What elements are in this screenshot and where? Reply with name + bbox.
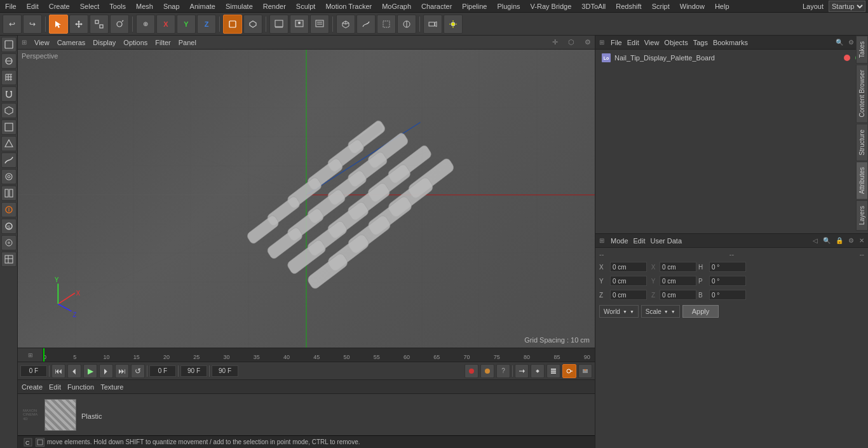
cube-button[interactable]: [336, 15, 355, 34]
coord-h-field[interactable]: [709, 262, 746, 272]
menu-script[interactable]: Script: [647, 1, 675, 11]
menu-render[interactable]: Render: [258, 1, 291, 11]
move-tool-button[interactable]: [69, 15, 88, 34]
attr-edit-menu[interactable]: Edit: [634, 237, 646, 245]
obj-search-icon[interactable]: 🔍: [836, 39, 843, 46]
vp-display-menu[interactable]: Display: [93, 39, 116, 46]
vp-sync-icon[interactable]: ⬡: [568, 38, 574, 46]
render-view-button[interactable]: [269, 15, 288, 34]
obj-options-icon[interactable]: ⚙: [848, 39, 854, 46]
spline-side-btn[interactable]: [1, 153, 17, 168]
camera-button[interactable]: [423, 15, 442, 34]
symm-btn[interactable]: [1, 186, 17, 201]
axis-all-button[interactable]: ⊕: [136, 15, 155, 34]
menu-3dtoall[interactable]: 3DToAll: [576, 1, 611, 11]
menu-sculpt[interactable]: Sculpt: [291, 1, 321, 11]
obj-tags-menu[interactable]: Tags: [693, 39, 708, 46]
menu-snap[interactable]: Snap: [158, 1, 185, 11]
vp-panel-menu[interactable]: Panel: [179, 39, 196, 46]
auto-key-button[interactable]: [480, 364, 494, 378]
vp-view-menu[interactable]: View: [34, 39, 50, 46]
menu-plugins[interactable]: Plugins: [492, 1, 525, 11]
axis-z-button[interactable]: Z: [197, 15, 216, 34]
current-frame-field[interactable]: [20, 365, 47, 377]
coord-z-pos-field[interactable]: [610, 290, 647, 300]
effector-button[interactable]: [397, 15, 416, 34]
coord-y-pos-field[interactable]: [610, 276, 647, 286]
menu-simulate[interactable]: Simulate: [220, 1, 258, 11]
deformer-button[interactable]: [377, 15, 396, 34]
move-frame-button[interactable]: [515, 364, 529, 378]
coord-x-size-field[interactable]: [660, 262, 696, 272]
end-frame-field[interactable]: [180, 365, 207, 377]
rotate-tool-button[interactable]: [110, 15, 129, 34]
mat-texture-menu[interactable]: Texture: [100, 383, 123, 391]
grid-btn[interactable]: [1, 70, 17, 85]
vtab-structure[interactable]: Structure: [856, 124, 868, 161]
help-button[interactable]: ?: [496, 364, 510, 378]
vp-maximize-icon[interactable]: ✛: [552, 38, 558, 46]
apply-button[interactable]: Apply: [682, 305, 719, 318]
redo-button[interactable]: ↪: [23, 15, 42, 34]
spline-button[interactable]: [356, 15, 376, 34]
cube-obj-btn[interactable]: [1, 103, 17, 118]
menu-tools[interactable]: Tools: [104, 1, 131, 11]
vtab-takes[interactable]: Takes: [856, 36, 868, 64]
attr-search-icon[interactable]: 🔍: [823, 237, 831, 244]
polygon-mode-button[interactable]: [243, 15, 262, 34]
menu-mograph[interactable]: MoGraph: [377, 1, 416, 11]
obj-view-menu[interactable]: View: [644, 39, 660, 46]
model-mode-btn[interactable]: [1, 37, 17, 52]
next-frame-button[interactable]: ⏵: [99, 364, 113, 378]
select-tool-button[interactable]: [49, 15, 68, 34]
coord-z-size-field[interactable]: [660, 290, 696, 300]
coord-x-pos-field[interactable]: [610, 262, 647, 272]
timeline-ruler[interactable]: ⊞ 051015202530354045505560657075808590: [18, 348, 595, 362]
vtab-layers[interactable]: Layers: [856, 200, 868, 231]
attr-lock-icon[interactable]: 🔒: [836, 237, 843, 244]
prev-start-button[interactable]: ⏮: [51, 364, 65, 378]
prev-frame-button[interactable]: ⏴: [67, 364, 81, 378]
menu-motion-tracker[interactable]: Motion Tracker: [320, 1, 377, 11]
magnet-btn[interactable]: [1, 86, 17, 102]
viewport-canvas[interactable]: X Y Z Perspective Grid Spacing : 10 cm: [18, 50, 595, 348]
scale-tool-button[interactable]: [90, 15, 109, 34]
timeline-settings-button[interactable]: [546, 364, 560, 378]
layout-select[interactable]: Startup: [829, 1, 865, 12]
scale-dropdown[interactable]: Scale ▼: [641, 305, 680, 318]
attr-mode-menu[interactable]: Mode: [611, 237, 628, 245]
attr-settings-icon[interactable]: ⚙: [848, 237, 854, 244]
vp-options-menu[interactable]: Options: [123, 39, 147, 46]
attr-close-icon[interactable]: ✕: [859, 237, 864, 244]
world-dropdown[interactable]: World ▼: [599, 305, 639, 318]
tag-btn[interactable]: [1, 202, 17, 217]
menu-vray[interactable]: V-Ray Bridge: [526, 1, 577, 11]
vtab-attributes[interactable]: Attributes: [856, 161, 868, 200]
orange-key-button[interactable]: [562, 364, 576, 378]
dope-sheet-button[interactable]: [578, 364, 592, 378]
coord-b-field[interactable]: [709, 290, 746, 300]
viewport-icon[interactable]: ⊞: [22, 39, 27, 46]
record-button[interactable]: [465, 364, 478, 378]
next-end-button[interactable]: ⏭: [115, 364, 129, 378]
coord-p-field[interactable]: [709, 276, 746, 286]
menu-redshift[interactable]: Redshift: [611, 1, 646, 11]
material-thumbnail[interactable]: [44, 399, 76, 431]
attr-userdata-menu[interactable]: User Data: [651, 237, 682, 245]
menu-create[interactable]: Create: [44, 1, 75, 11]
menu-edit[interactable]: Edit: [22, 1, 44, 11]
object-mode-button[interactable]: [223, 15, 242, 34]
undo-button[interactable]: ↩: [3, 15, 22, 34]
cone-btn[interactable]: [1, 136, 17, 151]
axis-y-button[interactable]: Y: [177, 15, 196, 34]
vp-cameras-menu[interactable]: Cameras: [57, 39, 86, 46]
vtab-content-browser[interactable]: Content Browser: [856, 64, 868, 123]
menu-mesh[interactable]: Mesh: [131, 1, 158, 11]
coord-y-size-field[interactable]: [660, 276, 696, 286]
play-button[interactable]: ▶: [83, 364, 97, 378]
mat-function-menu[interactable]: Function: [67, 383, 94, 391]
menu-file[interactable]: File: [0, 1, 22, 11]
mat-create-menu[interactable]: Create: [22, 383, 43, 391]
object-row[interactable]: Lo Nail_Tip_Display_Palette_Board: [599, 52, 864, 64]
start-frame-field[interactable]: [149, 365, 176, 377]
